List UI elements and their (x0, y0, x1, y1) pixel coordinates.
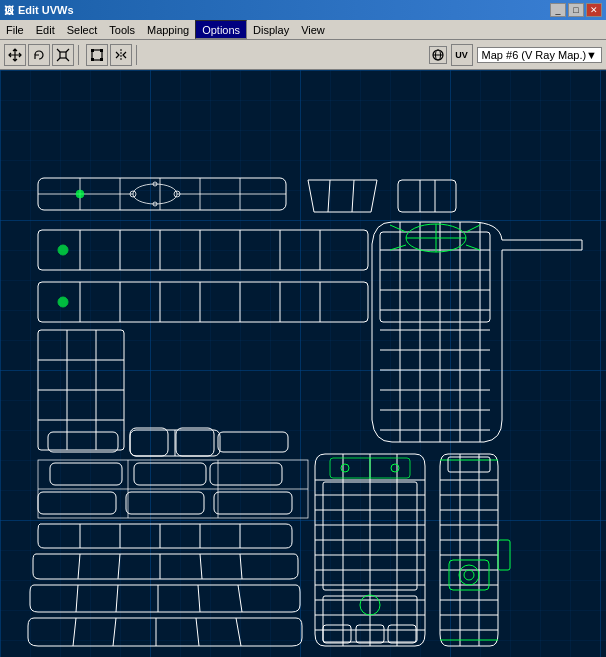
svg-rect-5 (100, 58, 103, 61)
svg-line-92 (118, 554, 120, 579)
uv-shape-small-rect (398, 180, 456, 212)
svg-rect-129 (388, 625, 416, 643)
svg-rect-54 (38, 230, 368, 270)
svg-line-91 (78, 554, 80, 579)
uv-icon: UV (451, 44, 473, 66)
svg-rect-152 (130, 428, 168, 456)
uv-shape-lower-strip (38, 282, 368, 322)
svg-line-102 (113, 618, 116, 646)
svg-rect-4 (91, 58, 94, 61)
svg-point-148 (459, 565, 479, 585)
toolbar-separator-1 (78, 45, 82, 65)
svg-rect-2 (91, 49, 94, 52)
map-mode-icon[interactable] (429, 46, 447, 64)
uv-shape-keypad-area (38, 430, 292, 514)
uv-shape-bottom-strips (28, 524, 302, 646)
menu-select[interactable]: Select (61, 20, 104, 39)
svg-rect-0 (60, 52, 66, 58)
svg-line-104 (196, 618, 199, 646)
uv-shape-phone-front (315, 454, 425, 646)
toolbar: UV Map #6 (V Ray Map.) ▼ (0, 40, 606, 70)
menu-bar: File Edit Select Tools Mapping Options D… (0, 20, 606, 40)
freeform-button[interactable] (86, 44, 108, 66)
svg-rect-31 (380, 232, 490, 322)
svg-line-49 (466, 225, 480, 232)
title-controls: _ □ ✕ (550, 3, 602, 17)
uv-shape-key-grid (38, 460, 308, 518)
svg-rect-80 (50, 463, 122, 485)
menu-view[interactable]: View (295, 20, 331, 39)
svg-rect-146 (448, 457, 490, 472)
svg-line-26 (328, 180, 330, 212)
svg-rect-82 (210, 463, 282, 485)
close-button[interactable]: ✕ (586, 3, 602, 17)
svg-line-27 (352, 180, 354, 212)
uv-wireframe (0, 70, 606, 657)
svg-line-96 (76, 585, 78, 612)
title-text: 🖼 Edit UVWs (4, 4, 74, 16)
svg-rect-84 (126, 492, 204, 514)
uv-shape-mid-strip (38, 230, 368, 270)
uv-shape-small-trap-1 (308, 180, 377, 212)
uv-canvas[interactable] (0, 70, 606, 657)
map-dropdown[interactable]: Map #6 (V Ray Map.) ▼ (477, 47, 602, 63)
svg-line-101 (73, 618, 76, 646)
maximize-button[interactable]: □ (568, 3, 584, 17)
menu-display[interactable]: Display (247, 20, 295, 39)
menu-options[interactable]: Options (195, 20, 247, 39)
svg-line-97 (116, 585, 118, 612)
svg-point-25 (76, 190, 84, 198)
uv-shape-phone-body (372, 222, 582, 442)
svg-line-50 (390, 245, 406, 250)
title-bar: 🖼 Edit UVWs _ □ ✕ (0, 0, 606, 20)
svg-line-99 (198, 585, 200, 612)
svg-point-149 (464, 570, 474, 580)
menu-tools[interactable]: Tools (103, 20, 141, 39)
scale-button[interactable] (52, 44, 74, 66)
svg-line-100 (238, 585, 242, 612)
uv-shape-small-buttons (48, 428, 288, 456)
minimize-button[interactable]: _ (550, 3, 566, 17)
uv-shape-top-strip (38, 178, 286, 210)
toolbar-separator-2 (136, 45, 140, 65)
dropdown-arrow-icon: ▼ (586, 49, 597, 61)
svg-point-122 (341, 464, 349, 472)
svg-line-48 (390, 225, 406, 232)
svg-point-62 (58, 245, 68, 255)
rotate-button[interactable] (28, 44, 50, 66)
svg-rect-127 (323, 625, 351, 643)
svg-rect-63 (38, 282, 368, 322)
svg-point-123 (391, 464, 399, 472)
svg-line-105 (236, 618, 241, 646)
menu-edit[interactable]: Edit (30, 20, 61, 39)
svg-rect-151 (218, 432, 288, 452)
svg-line-51 (466, 245, 480, 250)
map-label: Map #6 (V Ray Map.) (482, 49, 587, 61)
svg-point-18 (133, 184, 177, 204)
svg-line-94 (200, 554, 202, 579)
svg-point-71 (58, 297, 68, 307)
title-icon: 🖼 (4, 5, 14, 16)
mirror-button[interactable] (110, 44, 132, 66)
svg-rect-83 (38, 492, 116, 514)
window-title: Edit UVWs (18, 4, 74, 16)
menu-file[interactable]: File (0, 20, 30, 39)
svg-rect-85 (214, 492, 292, 514)
menu-mapping[interactable]: Mapping (141, 20, 195, 39)
svg-rect-28 (398, 180, 456, 212)
move-button[interactable] (4, 44, 26, 66)
svg-rect-81 (134, 463, 206, 485)
svg-rect-153 (176, 428, 214, 456)
toolbar-right: UV Map #6 (V Ray Map.) ▼ (429, 44, 602, 66)
svg-line-95 (240, 554, 242, 579)
svg-rect-143 (498, 540, 510, 570)
svg-rect-150 (48, 432, 118, 452)
svg-rect-3 (100, 49, 103, 52)
uv-shape-phone-side (440, 454, 510, 646)
